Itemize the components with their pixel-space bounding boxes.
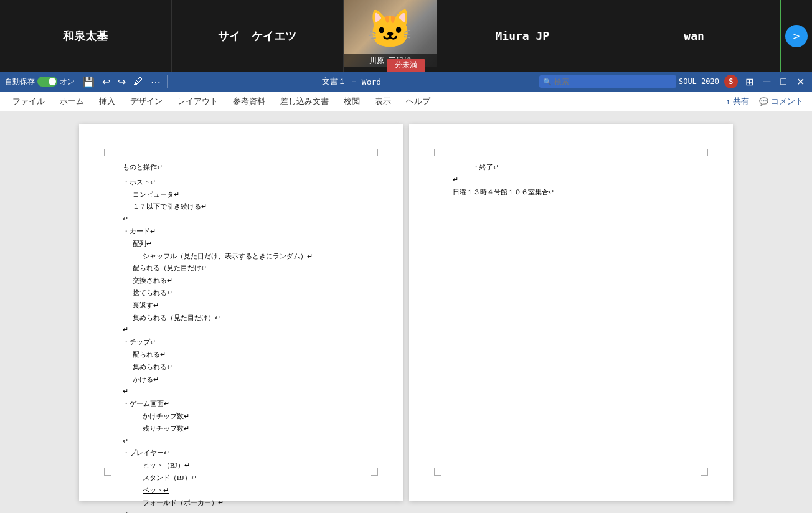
share-icon: ↑	[726, 97, 730, 106]
left-page-content: ものと操作↵ ・ホスト↵ コンピュータ↵ １７以下で引き続ける↵ ↵ ・カード↵…	[123, 161, 359, 513]
right-menu-area: ↑ 共有 💬 コメント	[722, 95, 807, 108]
right-blank-1: ↵	[453, 174, 689, 186]
indent-shuffle: シャッフル（見た目だけ、表示するときにランダム）↵	[123, 250, 359, 263]
doc-title-area: 文書１ － Word	[322, 76, 381, 87]
participant-1-name: 和泉太基	[63, 29, 108, 44]
menu-review[interactable]: 校閲	[336, 92, 367, 111]
user-avatar[interactable]: S	[724, 75, 738, 88]
participant-4[interactable]: Miura JP	[437, 0, 609, 72]
indent-fold: フォールド（ポーカー）↵	[123, 497, 359, 509]
corner-bl	[104, 468, 111, 476]
blank-1: ↵	[123, 213, 359, 225]
menu-home[interactable]: ホーム	[52, 92, 92, 111]
indent-vbet: ベット↵	[123, 484, 359, 497]
redo-button[interactable]: ↪	[115, 75, 128, 89]
word-toolbar: 自動保存 オン 💾 ↩ ↪ 🖊 ⋯ 文書１ － Word SOUL 2020 S…	[0, 72, 812, 92]
indent-chip-bet: かける↵	[123, 374, 359, 386]
autosave-label: 自動保存	[5, 77, 35, 87]
word-menubar: ファイル ホーム 挿入 デザイン レイアウト 参考資料 差し込み文書 校閲 表示…	[0, 92, 812, 111]
menu-help[interactable]: ヘルプ	[399, 92, 438, 111]
autosave-area: 自動保存 オン	[5, 77, 75, 87]
autosave-state: オン	[60, 77, 75, 87]
blank-3: ↵	[123, 385, 359, 398]
menu-mailings[interactable]: 差し込み文書	[273, 92, 336, 111]
left-page: ものと操作↵ ・ホスト↵ コンピュータ↵ １７以下で引き続ける↵ ↵ ・カード↵…	[79, 124, 403, 501]
meeting-bar: 和泉太基 サイ ケイエツ 川原 三紀雄 Miura JP wan > 分未満	[0, 0, 812, 72]
menu-insert[interactable]: 挿入	[92, 92, 123, 111]
right-corner-tr	[701, 149, 708, 156]
participant-4-name: Miura JP	[496, 29, 550, 42]
right-page: ・終了↵ ↵ 日曜１３時４号館１０６室集合↵	[409, 124, 733, 501]
user-name: SOUL 2020	[679, 77, 719, 86]
right-page-content: ・終了↵ ↵ 日曜１３時４号館１０６室集合↵	[453, 161, 689, 198]
indent-computer: コンピュータ↵	[123, 189, 359, 201]
right-corner-br	[701, 468, 708, 476]
nav-circle-icon: >	[785, 25, 808, 47]
corner-tr	[371, 149, 378, 156]
indent-chip-deal: 配られる↵	[123, 349, 359, 361]
bullet-host: ・ホスト↵	[123, 176, 359, 189]
blank-2: ↵	[123, 324, 359, 336]
maximize-button[interactable]: □	[778, 75, 789, 88]
menu-design[interactable]: デザイン	[123, 92, 170, 111]
indent-bet-chips: かけチップ数↵	[123, 410, 359, 423]
meeting-nav-button[interactable]: >	[781, 0, 812, 72]
app-name: Word	[362, 77, 381, 87]
participant-2-name: サイ ケイエツ	[218, 29, 296, 44]
minimize-button[interactable]: ─	[761, 75, 773, 88]
section-title: ものと操作↵	[123, 161, 359, 174]
menu-references[interactable]: 参考資料	[225, 92, 273, 111]
format-button[interactable]: 🖊	[131, 75, 146, 88]
corner-tl	[104, 149, 111, 156]
indent-collect: 集められる（見た目だけ）↵	[123, 312, 359, 324]
participant-2[interactable]: サイ ケイエツ	[172, 0, 344, 72]
view-button[interactable]: ⊞	[743, 75, 756, 89]
indent-hit: ヒット（BJ）↵	[123, 459, 359, 472]
right-corner-bl	[434, 468, 441, 476]
indent-remaining-chips: 残りチップ数↵	[123, 423, 359, 435]
search-wrapper	[539, 75, 676, 88]
search-input[interactable]	[539, 75, 676, 88]
indent-discard: 捨てられる↵	[123, 287, 359, 299]
comment-label: コメント	[771, 96, 803, 107]
participant-5-name: wan	[684, 29, 704, 42]
indent-flip: 裏返す↵	[123, 299, 359, 312]
indent-dealt: 配られる（見た目だけ↵	[123, 262, 359, 275]
doc-title: 文書１	[322, 76, 346, 87]
share-button[interactable]: ↑ 共有	[722, 95, 753, 108]
share-label: 共有	[733, 96, 749, 107]
title-separator: －	[350, 76, 358, 87]
close-button[interactable]: ✕	[794, 75, 807, 89]
participant-5[interactable]: wan	[608, 0, 781, 72]
menu-layout[interactable]: レイアウト	[170, 92, 225, 111]
right-toolbar: SOUL 2020 S ⊞ ─ □ ✕	[679, 75, 807, 89]
right-indent-end: ・終了↵	[453, 161, 689, 174]
indent-stand: スタンド（BJ）↵	[123, 472, 359, 484]
right-sunday: 日曜１３時４号館１０６室集合↵	[453, 186, 689, 199]
blank-4: ↵	[123, 435, 359, 448]
indent-17: １７以下で引き続ける↵	[123, 200, 359, 213]
comment-button[interactable]: 💬 コメント	[755, 95, 807, 108]
page-wrapper: ものと操作↵ ・ホスト↵ コンピュータ↵ １７以下で引き続ける↵ ↵ ・カード↵…	[0, 111, 812, 513]
comment-icon: 💬	[759, 97, 768, 106]
pages-container: ものと操作↵ ・ホスト↵ コンピュータ↵ １７以下で引き続ける↵ ↵ ・カード↵…	[79, 124, 733, 501]
autosave-toggle[interactable]	[37, 77, 57, 87]
document-area: ものと操作↵ ・ホスト↵ コンピュータ↵ １７以下で引き続ける↵ ↵ ・カード↵…	[0, 111, 812, 513]
bullet-gamescreen: ・ゲーム画面↵	[123, 398, 359, 410]
bullet-card: ・カード↵	[123, 225, 359, 238]
save-button[interactable]: 💾	[80, 75, 97, 89]
right-corner-tl	[434, 149, 441, 156]
undo-button[interactable]: ↩	[100, 75, 113, 89]
more-button[interactable]: ⋯	[148, 75, 163, 89]
meeting-status: 分未満	[387, 59, 425, 72]
blank-5: ↵	[123, 509, 359, 513]
separator-1	[167, 75, 168, 88]
bullet-player: ・プレイヤー↵	[123, 447, 359, 459]
menu-file[interactable]: ファイル	[5, 92, 52, 111]
indent-chip-collect: 集められる↵	[123, 361, 359, 374]
participant-1[interactable]: 和泉太基	[0, 0, 172, 72]
indent-exchange: 交換される↵	[123, 275, 359, 287]
bullet-chip: ・チップ↵	[123, 336, 359, 349]
corner-br	[371, 468, 378, 476]
menu-view[interactable]: 表示	[367, 92, 399, 111]
